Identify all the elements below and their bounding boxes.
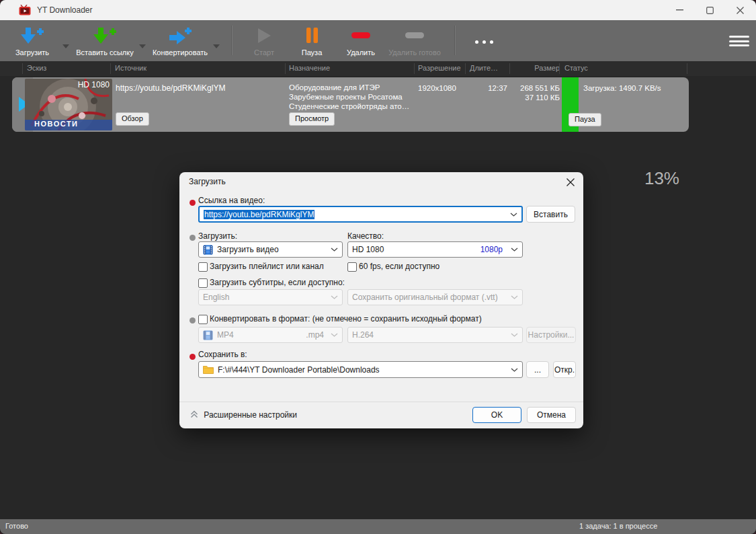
more-actions-button[interactable] — [465, 22, 503, 59]
destination-line-1: Оборудование для ИТЭР — [289, 83, 380, 91]
delete-button-label: Удалить — [347, 48, 375, 59]
toolbar-separator — [454, 26, 456, 55]
subtitles-language-select: English — [198, 289, 343, 305]
duration-value: 12:37 — [467, 84, 507, 92]
download-task-row[interactable]: HD 1080 НОВОСТИ https://youtu.be/pdRKMiK… — [12, 77, 689, 132]
ellipsis-icon — [473, 34, 495, 46]
paste-link-button[interactable]: Вставить ссылку — [74, 22, 136, 59]
chevron-down-icon[interactable] — [510, 213, 517, 217]
row-pause-button[interactable]: Пауза — [569, 113, 601, 126]
fps-checkbox[interactable] — [347, 262, 357, 272]
dialog-separator — [179, 402, 583, 402]
chevron-down-icon — [62, 44, 69, 48]
column-header-thumbnail[interactable]: Эскиз — [27, 64, 46, 72]
start-button-label: Старт — [254, 48, 274, 59]
source-url: https://youtu.be/pdRKMiKglYM — [116, 83, 225, 93]
app-window: YT Downloader Загрузить Вставить ссылку — [0, 0, 756, 534]
save-path-value: F:\#\444\YT Downloader Portable\Download… — [218, 365, 508, 375]
quality-label: Качество: — [347, 231, 384, 241]
playlist-checkbox[interactable] — [198, 262, 208, 272]
delete-done-button-label: Удалить готово — [388, 48, 441, 59]
column-header-status[interactable]: Статус — [564, 64, 588, 72]
title-bar: YT Downloader — [0, 0, 756, 20]
preview-button[interactable]: Просмотр — [289, 112, 335, 126]
pause-button[interactable]: Пауза — [292, 22, 332, 59]
delete-done-button: Удалить готово — [384, 22, 445, 59]
film-icon — [203, 245, 213, 255]
pause-button-label: Пауза — [302, 48, 323, 59]
minimize-button[interactable] — [664, 0, 695, 20]
convert-button[interactable]: Конвертировать — [151, 22, 210, 59]
overview-button[interactable]: Обзор — [116, 112, 149, 126]
column-header-duration[interactable]: Длите… — [470, 64, 498, 72]
dialog-close-button[interactable] — [564, 176, 577, 189]
subtitles-language-value: English — [203, 293, 328, 302]
browse-folder-button[interactable]: ... — [526, 361, 549, 378]
status-ready-text: Готово — [5, 522, 28, 530]
delete-minus-icon — [351, 22, 370, 48]
column-header-size[interactable]: Размер — [513, 64, 560, 72]
menu-button[interactable] — [726, 29, 753, 53]
paste-url-button[interactable]: Вставить — [526, 206, 575, 223]
subtitles-format-select: Сохранить оригинальный формат (.vtt) — [347, 289, 523, 305]
download-dropdown-caret[interactable] — [59, 28, 73, 55]
double-chevron-up-icon — [190, 410, 198, 418]
download-dialog: Загрузить Ссылка на видео: https://youtu… — [179, 172, 583, 428]
convert-checkbox-label[interactable]: Конвертировать в формат: (не отмечено = … — [210, 314, 482, 323]
optional-bullet — [190, 235, 196, 241]
column-header-resolution[interactable]: Разрешение — [418, 64, 461, 72]
window-title: YT Downloader — [37, 5, 93, 15]
chevron-down-icon — [511, 333, 518, 337]
chevron-down-icon — [511, 247, 518, 252]
playlist-checkbox-label[interactable]: Загрузить плейлист или канал — [210, 262, 324, 271]
fps-checkbox-label[interactable]: 60 fps, если доступно — [359, 262, 439, 271]
chevron-down-icon — [331, 295, 338, 299]
status-speed-text: Загрузка: 1490.7 KB/s — [583, 84, 661, 92]
destination-line-3: Студенческие стройотряды ато… — [289, 102, 409, 110]
subtitles-checkbox-label[interactable]: Загрузить субтитры, если доступно: — [210, 278, 345, 287]
quality-select[interactable]: HD 1080 1080p — [347, 241, 523, 258]
thumbnail-caption: НОВОСТИ — [34, 120, 79, 128]
required-bullet — [190, 354, 196, 360]
delete-done-minus-icon — [405, 22, 424, 48]
subtitles-format-value: Сохранить оригинальный формат (.vtt) — [352, 293, 508, 302]
folder-icon — [203, 365, 214, 374]
paste-link-icon — [93, 22, 116, 48]
convert-dropdown-caret[interactable] — [210, 28, 223, 55]
maximize-icon — [706, 7, 714, 14]
film-icon — [203, 330, 213, 340]
open-folder-button[interactable]: Откр. — [553, 361, 576, 378]
url-combobox[interactable]: https://youtu.be/pdRKMiKglYM — [198, 206, 523, 223]
chevron-down-icon[interactable] — [511, 368, 518, 372]
advanced-settings-toggle[interactable]: Расширенные настройки — [190, 410, 297, 420]
size-total-value: 268 551 КБ — [513, 84, 560, 92]
advanced-settings-label: Расширенные настройки — [204, 410, 297, 420]
chevron-down-icon — [511, 295, 518, 299]
download-button[interactable]: Загрузить — [5, 22, 59, 59]
chevron-down-icon — [331, 333, 338, 337]
convert-checkbox[interactable] — [198, 315, 208, 324]
status-percent-text: 13% — [644, 168, 679, 189]
maximize-button[interactable] — [694, 0, 725, 20]
convert-format-select: MP4 .mp4 — [198, 327, 343, 343]
column-header-source[interactable]: Источник — [115, 64, 146, 72]
convert-ext-value: .mp4 — [306, 330, 324, 340]
delete-button[interactable]: Удалить — [339, 22, 382, 59]
convert-button-label: Конвертировать — [153, 48, 208, 59]
url-label: Ссылка на видео: — [198, 196, 265, 205]
destination-line-2: Зарубежные проекты Росатома — [289, 93, 403, 101]
chevron-down-icon — [139, 44, 146, 48]
video-thumbnail[interactable]: HD 1080 НОВОСТИ — [25, 79, 112, 130]
save-path-combobox[interactable]: F:\#\444\YT Downloader Portable\Download… — [198, 361, 523, 378]
download-mode-select[interactable]: Загрузить видео — [198, 241, 343, 258]
paste-link-dropdown-caret[interactable] — [136, 28, 149, 55]
ok-button[interactable]: OK — [472, 407, 521, 423]
close-window-button[interactable] — [724, 0, 755, 20]
start-button: Старт — [243, 22, 285, 59]
start-play-icon — [257, 22, 271, 48]
chevron-down-icon — [331, 247, 338, 252]
subtitles-checkbox[interactable] — [198, 278, 208, 288]
column-header-destination[interactable]: Назначение — [289, 64, 330, 72]
cancel-button[interactable]: Отмена — [527, 407, 576, 423]
optional-bullet — [190, 317, 196, 323]
